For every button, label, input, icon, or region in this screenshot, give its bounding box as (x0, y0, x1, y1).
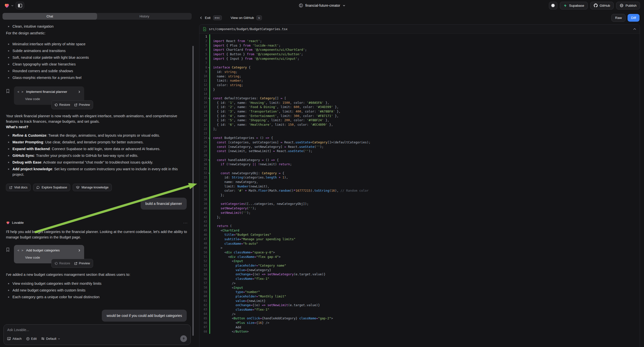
line-number: 61 (200, 299, 209, 302)
code-text: <Plus size={16} /> (210, 321, 269, 324)
line-number: 51 (200, 255, 209, 258)
heart-logo-icon (6, 221, 10, 225)
tab-chat[interactable]: Chat (2, 13, 97, 20)
preview-button[interactable]: Preview (74, 260, 90, 266)
code-text: <Input (210, 259, 243, 263)
line-number: 63 (200, 308, 209, 311)
chat-input[interactable]: Ask Lovable... (7, 328, 187, 335)
preview-button[interactable]: Preview (74, 102, 90, 108)
line-number: 60 (200, 294, 209, 298)
line-number: 36 (200, 189, 209, 192)
code-line: 16 { id: '1', name: 'Housing', limit: 15… (200, 100, 640, 105)
settings-button[interactable] (549, 2, 557, 10)
code-brackets-icon: < > (18, 89, 24, 94)
collapse-file-button[interactable] (633, 28, 636, 30)
code-text: color: string; (210, 83, 243, 87)
line-number: 35 (200, 184, 209, 188)
file-header[interactable]: src/components/budget/BudgetCategories.t… (200, 25, 640, 34)
list-item: Add new budget categories with custom li… (6, 288, 188, 293)
code-line: 43 (200, 219, 640, 224)
diff-added-gutter (209, 197, 210, 202)
chat-input-box[interactable]: Ask Lovable... Attach Edit (4, 324, 191, 345)
publish-button[interactable]: Publish (616, 2, 640, 10)
image-icon (7, 337, 11, 340)
chevron-up-icon (633, 28, 636, 30)
edit-mode-button[interactable]: Edit (26, 337, 36, 340)
message-menu-button[interactable]: ··· (183, 220, 188, 226)
bookmark-icon (6, 89, 10, 93)
code-text: color: '#' + Math.floor(Math.random()*16… (210, 189, 369, 192)
fold-caret-icon[interactable] (208, 160, 210, 161)
supabase-button[interactable]: Supabase (560, 2, 588, 10)
diff-toggle-button[interactable]: Diff (628, 14, 640, 22)
code-line: 11 limit: number; (200, 78, 640, 83)
diff-added-gutter (209, 153, 210, 158)
manage-knowledge-button[interactable]: Manage knowledge (73, 184, 112, 191)
send-button[interactable] (180, 335, 187, 342)
raw-toggle-button[interactable]: Raw (612, 14, 626, 22)
line-number: 27 (200, 149, 209, 153)
model-default-dropdown[interactable]: Default (41, 337, 60, 340)
view-on-github-button[interactable]: View on GitHub G (231, 16, 262, 20)
lovable-logo[interactable] (4, 3, 14, 8)
code-text: setCategories([...categories, newCategor… (210, 202, 309, 206)
line-number: 20 (200, 118, 209, 122)
fold-caret-icon[interactable] (208, 98, 210, 99)
line-number: 58 (200, 286, 209, 289)
fold-caret-icon[interactable] (208, 173, 210, 174)
tab-history[interactable]: History (97, 13, 192, 20)
code-line: 52 <Input (200, 259, 640, 263)
panel-left-icon (18, 4, 22, 8)
project-switcher[interactable]: financial-future-creator (298, 3, 345, 8)
sidebar-toggle-button[interactable] (16, 2, 24, 9)
code-line: 44 return ( (200, 224, 640, 228)
assistant-header: Lovable ··· (6, 220, 188, 226)
version-card-wrap: < > Implement financial planner View cod… (6, 86, 188, 105)
next-step-item: GitHub Sync: Transfer your project's cod… (6, 153, 188, 158)
line-number: 11 (200, 79, 209, 82)
fold-caret-icon[interactable] (208, 67, 210, 68)
code-line: 19 { id: '4', name: 'Entertainment', lim… (200, 114, 640, 118)
restore-button[interactable]: Restore (54, 102, 70, 108)
code-line: 67 Add (200, 325, 640, 329)
list-item: Each category gets a unique color for vi… (6, 294, 188, 300)
line-number: 30 (200, 162, 209, 166)
line-number: 28 (200, 154, 209, 157)
fold-caret-icon[interactable] (208, 138, 210, 139)
list-item: Minimalist interface with plenty of whit… (6, 41, 188, 47)
diff-added-gutter (209, 131, 210, 136)
chevron-left-icon (200, 16, 202, 20)
chevron-down-icon (58, 338, 60, 340)
exit-button[interactable]: Exit ESC (200, 16, 222, 20)
line-number: 45 (200, 228, 209, 232)
code-editor[interactable]: 12import React from 'react';3import { Pl… (200, 34, 640, 347)
line-number: 40 (200, 206, 209, 210)
code-text: ]; (210, 127, 217, 131)
code-line: 55 onChange={(e) => setNewCategory(e.tar… (200, 272, 640, 276)
github-button[interactable]: GitHub (590, 2, 614, 10)
code-text: return ( (210, 224, 232, 228)
restore-button[interactable]: Restore (54, 260, 70, 266)
code-line: 54 value={newCategory} (200, 268, 640, 272)
code-line: 45 <ChartCard (200, 228, 640, 232)
line-number: 67 (200, 325, 209, 329)
code-line: 37 }; (200, 193, 640, 198)
bookmark-icon (6, 248, 10, 252)
attach-button[interactable]: Attach (7, 337, 22, 340)
explore-supabase-button[interactable]: Explore Supabase (33, 184, 70, 191)
visit-docs-button[interactable]: Visit docs (6, 184, 30, 191)
line-number: 1 (200, 35, 209, 38)
code-line: 33 id: String(categories.length + 1), (200, 175, 640, 180)
code-line: 38 (200, 197, 640, 202)
diff-added-gutter (209, 92, 210, 96)
code-line: 24const BudgetCategories = () => { (200, 136, 640, 140)
chat-scrollbar[interactable] (192, 46, 194, 336)
line-number: 10 (200, 74, 209, 78)
target-icon (26, 337, 30, 340)
line-number: 49 (200, 246, 209, 250)
line-number: 15 (200, 96, 209, 100)
external-link-icon (9, 186, 12, 189)
code-text: className="flex-1" (210, 308, 269, 312)
code-line: 34 name: newCategory, (200, 180, 640, 184)
list-item: Soft, neutral color palette with light b… (6, 55, 188, 60)
